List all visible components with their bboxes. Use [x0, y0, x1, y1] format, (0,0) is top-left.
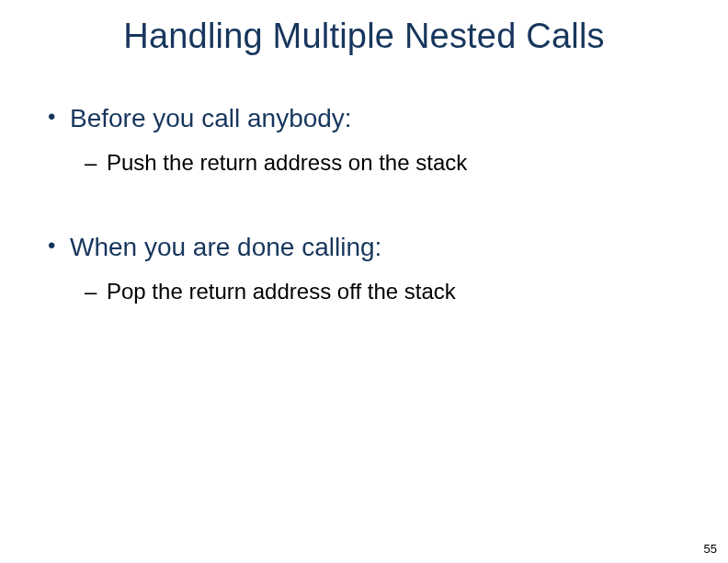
slide-container: Handling Multiple Nested Calls Before yo… [0, 0, 728, 563]
bullet-item: Before you call anybody: [44, 102, 691, 135]
bullet-item: When you are done calling: [44, 231, 691, 264]
bullet-subitem: Push the return address on the stack [44, 148, 691, 177]
bullet-subitem: Pop the return address off the stack [44, 277, 691, 305]
slide-title: Handling Multiple Nested Calls [37, 17, 691, 56]
page-number: 55 [704, 542, 717, 556]
slide-content: Before you call anybody: Push the return… [37, 102, 691, 305]
